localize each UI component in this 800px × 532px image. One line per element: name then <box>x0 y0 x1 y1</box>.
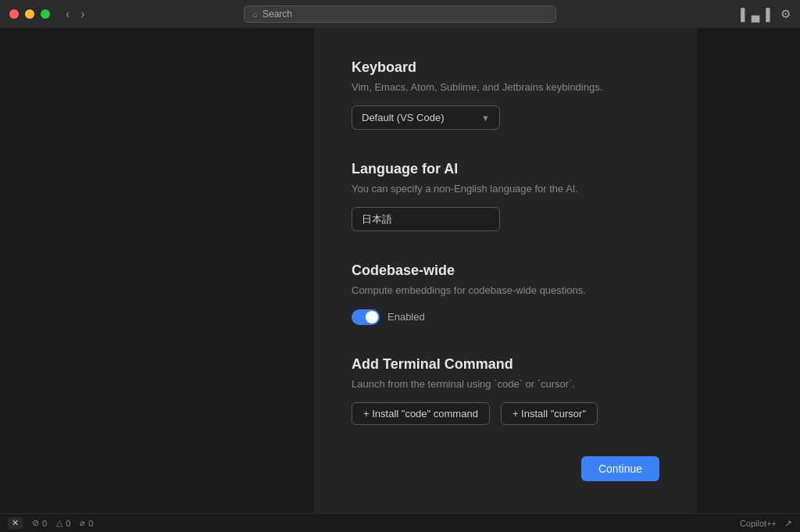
layout-bottom-icon[interactable]: ▄ <box>752 8 760 21</box>
keyboard-desc: Vim, Emacs, Atom, Sublime, and Jetbrains… <box>352 80 659 95</box>
language-input[interactable] <box>352 207 500 231</box>
errors-count: 0 <box>42 519 47 528</box>
info-status: ⌀ 0 <box>80 518 93 528</box>
continue-btn-wrapper: Continue <box>352 456 659 481</box>
terminal-title: Add Terminal Command <box>352 356 659 373</box>
close-button[interactable] <box>9 9 19 19</box>
titlebar: ‹ › ⌕ Search ▐ ▄ ▌ ⚙ <box>0 0 800 28</box>
codebase-title: Codebase-wide <box>352 262 659 279</box>
keyboard-title: Keyboard <box>352 59 659 76</box>
statusbar-left: ✕ ⊘ 0 △ 0 ⌀ 0 <box>8 517 93 529</box>
codebase-toggle-row: Enabled <box>352 309 659 325</box>
errors-status: ⊘ 0 <box>32 518 47 528</box>
statusbar: ✕ ⊘ 0 △ 0 ⌀ 0 Copilot++ ↗ <box>0 513 800 532</box>
chevron-down-icon: ▼ <box>481 113 490 123</box>
search-icon: ⌕ <box>252 9 258 19</box>
warning-icon: △ <box>56 518 62 528</box>
language-section: Language for AI You can specify a non-En… <box>352 161 659 231</box>
codebase-toggle-label: Enabled <box>388 311 425 323</box>
language-title: Language for AI <box>352 161 659 177</box>
search-placeholder: Search <box>262 9 292 20</box>
warnings-count: 0 <box>66 519 70 528</box>
terminal-buttons: + Install "code" command + Install "curs… <box>352 402 659 425</box>
warnings-status: △ 0 <box>56 518 70 528</box>
language-desc: You can specify a non-English language f… <box>352 182 659 196</box>
codebase-desc: Compute embeddings for codebase-wide que… <box>352 284 659 298</box>
sidebar-right-icon[interactable]: ▌ <box>766 8 774 21</box>
info-count: 0 <box>88 519 93 528</box>
traffic-lights <box>9 9 50 19</box>
sidebar-left-icon[interactable]: ▐ <box>737 8 745 21</box>
minimize-button[interactable] <box>25 9 34 19</box>
forward-button[interactable]: › <box>77 6 88 22</box>
install-cursor-button[interactable]: + Install "cursor" <box>501 402 598 425</box>
install-code-button[interactable]: + Install "code" command <box>352 402 490 425</box>
codebase-toggle[interactable] <box>352 309 380 325</box>
continue-button[interactable]: Continue <box>581 456 659 481</box>
statusbar-right: Copilot++ ↗ <box>740 518 792 529</box>
share-icon[interactable]: ↗ <box>784 518 792 529</box>
toggle-knob <box>366 311 378 323</box>
maximize-button[interactable] <box>41 9 50 19</box>
settings-panel: Keyboard Vim, Emacs, Atom, Sublime, and … <box>314 28 697 513</box>
keyboard-dropdown-value: Default (VS Code) <box>362 112 445 123</box>
terminal-desc: Launch from the terminal using `code` or… <box>352 377 659 391</box>
info-icon: ⌀ <box>80 518 85 528</box>
terminal-section: Add Terminal Command Launch from the ter… <box>352 356 659 425</box>
titlebar-actions: ▐ ▄ ▌ ⚙ <box>737 7 791 21</box>
keyboard-section: Keyboard Vim, Emacs, Atom, Sublime, and … <box>352 59 659 130</box>
back-button[interactable]: ‹ <box>62 6 73 22</box>
search-bar[interactable]: ⌕ Search <box>244 5 556 23</box>
panel-wrapper: Keyboard Vim, Emacs, Atom, Sublime, and … <box>211 28 800 513</box>
close-status-button[interactable]: ✕ <box>8 517 23 529</box>
error-icon: ⊘ <box>32 518 39 528</box>
branch-label: Copilot++ <box>740 519 777 528</box>
codebase-section: Codebase-wide Compute embeddings for cod… <box>352 262 659 324</box>
navigation: ‹ › <box>62 6 88 22</box>
main-area: Keyboard Vim, Emacs, Atom, Sublime, and … <box>0 28 800 513</box>
x-icon: ✕ <box>12 518 19 528</box>
sidebar <box>0 28 211 513</box>
keyboard-dropdown[interactable]: Default (VS Code) ▼ <box>352 105 500 130</box>
settings-icon[interactable]: ⚙ <box>780 7 791 21</box>
